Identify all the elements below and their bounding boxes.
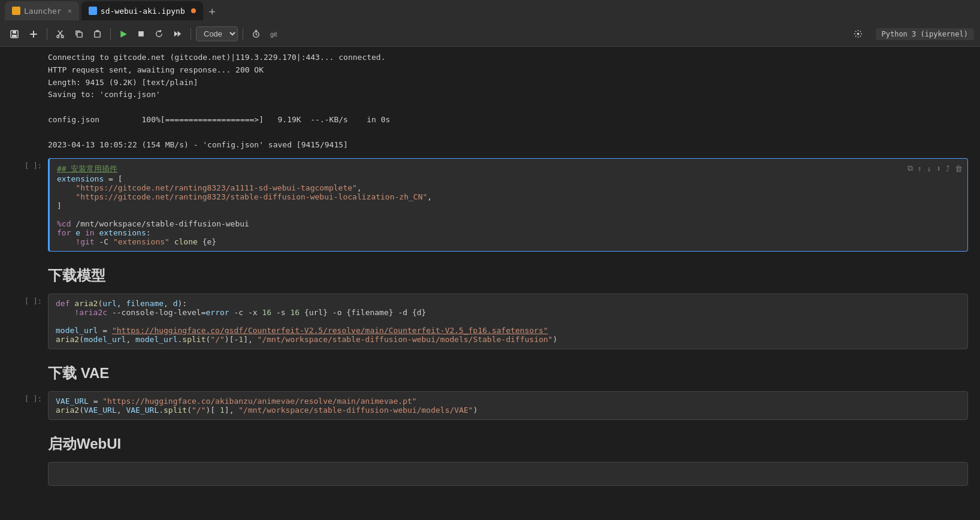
code-line-8: !git -C "extensions" clone {e}	[57, 237, 960, 246]
cell-body-install[interactable]: ## 安装常用插件 extensions = [ "https://gitcod…	[48, 158, 968, 252]
code-line-blank	[57, 210, 960, 219]
cell-counter-aria2: [ ]:	[0, 294, 48, 306]
delete-cell-icon[interactable]: 🗑	[955, 164, 963, 173]
download-cell-icon[interactable]: ⬇	[936, 164, 941, 173]
cell-body-launch[interactable]	[48, 462, 968, 486]
section-download-vae-title: 下载 VAE	[48, 365, 109, 381]
output-line-1: Connecting to gitcode.net (gitcode.net)|…	[48, 52, 968, 64]
cell-counter-install: [ ]:	[0, 158, 48, 170]
share-cell-icon[interactable]: ⤴	[946, 164, 950, 173]
copy-cell-icon[interactable]: ⧉	[908, 164, 913, 173]
timer-button[interactable]	[248, 27, 264, 41]
tab-launcher-close[interactable]: ✕	[68, 7, 72, 15]
code-aria2-2: !aria2c --console-log-level=error -c -x …	[56, 308, 960, 317]
output-line-4: Saving to: 'config.json'	[48, 89, 968, 101]
toolbar-right: Python 3 (ipykernel)	[850, 27, 975, 41]
output-line-2: HTTP request sent, awaiting response... …	[48, 64, 968, 77]
launcher-icon	[12, 7, 20, 15]
output-line-saved: 2023-04-13 10:05:22 (154 MB/s) - 'config…	[48, 139, 968, 152]
separator-4	[243, 28, 243, 40]
notebook-area: Connecting to gitcode.net (gitcode.net)|…	[0, 47, 980, 520]
svg-marker-10	[178, 31, 182, 37]
svg-point-3	[57, 35, 59, 38]
svg-point-12	[857, 33, 859, 35]
tab-notebook[interactable]: sd-webui-aki.ipynb	[81, 1, 203, 20]
svg-marker-9	[174, 31, 178, 37]
move-up-icon[interactable]: ↑	[918, 164, 922, 173]
restart-button[interactable]	[151, 27, 167, 41]
code-vae-1: VAE_URL = "https://huggingface.co/akiban…	[56, 397, 960, 406]
section-launch-webui-title: 启动WebUI	[48, 436, 121, 452]
tab-launcher-label: Launcher	[24, 7, 62, 16]
cell-input-aria2[interactable]: def aria2(url, filename, d): !aria2c --c…	[48, 294, 968, 349]
separator-2	[110, 28, 111, 40]
cell-input-vae[interactable]: VAE_URL = "https://huggingface.co/akiban…	[48, 391, 968, 420]
notebook-toolbar: Code git Python 3 (ipykernel)	[0, 22, 980, 47]
git-button[interactable]: git	[267, 28, 281, 40]
code-line-4: "https://gitcode.net/ranting8323/stable-…	[57, 192, 960, 201]
cell-counter-aria2-label: [ ]:	[25, 297, 42, 306]
separator-1	[47, 28, 47, 40]
cell-counter-launch	[0, 462, 48, 465]
code-line-6: %cd /mnt/workspace/stable-diffusion-webu…	[57, 219, 960, 228]
tab-modified-dot	[191, 8, 196, 13]
fast-forward-button[interactable]	[170, 27, 186, 41]
tab-notebook-label: sd-webui-aki.ipynb	[101, 7, 185, 16]
code-aria2-blank	[56, 317, 960, 326]
cell-input-launch[interactable]	[48, 462, 968, 486]
cell-counter-vae: [ ]:	[0, 391, 48, 403]
add-cell-button[interactable]	[25, 27, 42, 41]
browser-tabs: Launcher ✕ sd-webui-aki.ipynb +	[0, 0, 980, 22]
code-line-1: ## 安装常用插件	[57, 164, 960, 174]
section-download-model-title: 下载模型	[48, 267, 105, 283]
code-aria2-4: aria2(model_url, model_url.split("/")[-1…	[56, 335, 960, 344]
svg-marker-7	[120, 31, 127, 38]
output-progress: config.json 100%[===================>] 9…	[48, 114, 968, 126]
section-launch-webui: 启动WebUI	[0, 422, 980, 459]
svg-rect-6	[95, 32, 100, 37]
save-button[interactable]	[6, 27, 23, 41]
svg-point-4	[61, 35, 63, 38]
cell-action-toolbar: ⧉ ↑ ↓ ⬇ ⤴ 🗑	[908, 164, 963, 173]
output-line-blank-1	[48, 101, 968, 114]
copy-button[interactable]	[71, 27, 87, 41]
cell-output-area: Connecting to gitcode.net (gitcode.net)|…	[0, 47, 980, 156]
cell-vae: [ ]: VAE_URL = "https://huggingface.co/a…	[0, 391, 980, 420]
separator-3	[190, 28, 191, 40]
section-download-model: 下载模型	[0, 254, 980, 291]
code-aria2-3: model_url = "https://huggingface.co/gsdf…	[56, 326, 960, 335]
cell-install-extensions: [ ]: ## 安装常用插件 extensions = [ "https://g…	[0, 158, 980, 252]
svg-rect-1	[13, 31, 16, 34]
output-line-blank-2	[48, 126, 968, 139]
cell-type-selector[interactable]: Code	[196, 26, 238, 41]
cell-body-aria2[interactable]: def aria2(url, filename, d): !aria2c --c…	[48, 294, 968, 349]
cell-aria2-func: [ ]: def aria2(url, filename, d): !aria2…	[0, 294, 980, 349]
code-line-7: for e in extensions:	[57, 228, 960, 237]
cell-launch	[0, 462, 980, 486]
section-download-vae: 下载 VAE	[0, 352, 980, 389]
code-vae-2: aria2(VAE_URL, VAE_URL.split("/")[ 1], "…	[56, 406, 960, 415]
cell-input-install[interactable]: ## 安装常用插件 extensions = [ "https://gitcod…	[48, 158, 968, 252]
run-button[interactable]	[116, 28, 131, 41]
cell-counter-vae-label: [ ]:	[25, 395, 42, 403]
stop-button[interactable]	[134, 28, 149, 40]
code-line-2: extensions = [	[57, 174, 960, 183]
svg-rect-2	[12, 35, 17, 37]
code-line-3: "https://gitcode.net/ranting8323/a1111-s…	[57, 183, 960, 192]
tab-launcher[interactable]: Launcher ✕	[5, 1, 79, 20]
svg-rect-5	[77, 32, 82, 37]
notebook-icon	[89, 7, 97, 15]
add-tab-button[interactable]: +	[205, 5, 219, 17]
settings-button[interactable]	[850, 27, 866, 41]
cell-counter-label: [ ]:	[25, 162, 42, 170]
paste-button[interactable]	[89, 27, 105, 41]
code-line-5: ]	[57, 201, 960, 210]
code-aria2-1: def aria2(url, filename, d):	[56, 299, 960, 308]
cell-body-vae[interactable]: VAE_URL = "https://huggingface.co/akiban…	[48, 391, 968, 420]
kernel-status: Python 3 (ipykernel)	[876, 28, 975, 40]
output-line-3: Length: 9415 (9.2K) [text/plain]	[48, 77, 968, 89]
cut-button[interactable]	[52, 27, 68, 41]
move-down-icon[interactable]: ↓	[927, 164, 931, 173]
svg-rect-8	[138, 31, 144, 37]
